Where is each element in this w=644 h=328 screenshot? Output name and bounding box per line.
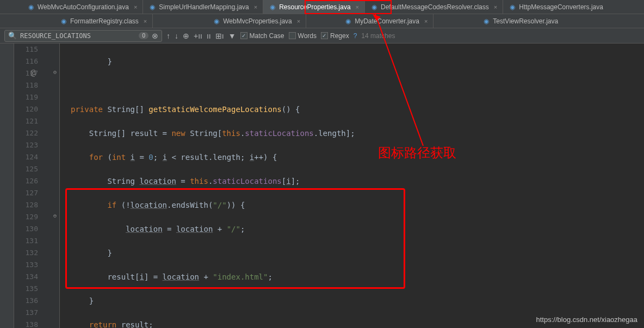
tab-resourceproperties[interactable]: ◉ResourceProperties.java× [263, 0, 365, 14]
t: getStaticWelcomePageLocations [148, 105, 281, 114]
line-number: 125 [14, 163, 38, 175]
t: String [71, 177, 139, 185]
t: if [107, 201, 116, 209]
t: ; [240, 225, 245, 233]
code-content[interactable]: } private String[] getStaticWelcomePageL… [60, 44, 644, 328]
tab-mydateconverter[interactable]: ◉MyDateConverter.java× [339, 14, 434, 28]
t: ; [153, 153, 163, 162]
java-icon: ◉ [148, 3, 156, 11]
t: "/" [227, 225, 240, 233]
line-number: 135 [14, 283, 38, 295]
t: i [139, 273, 144, 281]
prev-icon[interactable]: ↑ [166, 32, 170, 40]
close-icon[interactable]: × [494, 4, 497, 10]
tab-row-1: ◉WebMvcAutoConfiguration.java× ◉SimpleUr… [0, 0, 644, 14]
select-all-icon[interactable]: ⊕ [183, 32, 189, 40]
close-icon[interactable]: × [254, 4, 257, 10]
close-icon[interactable]: × [356, 4, 359, 10]
close-icon[interactable]: × [297, 18, 300, 24]
left-gutter-strip [0, 44, 14, 328]
t: ( [103, 153, 112, 162]
t: this [222, 129, 240, 138]
t: = [135, 153, 148, 162]
code-line: } [71, 57, 112, 66]
t: i [163, 153, 167, 162]
t: location [176, 225, 213, 233]
tab-webmvcautoconfig[interactable]: ◉WebMvcAutoConfiguration.java× [22, 0, 143, 14]
line-number: 115 [14, 44, 38, 55]
line-number: 123 [14, 139, 38, 151]
t: result; [116, 320, 153, 328]
line-number: 133 [14, 259, 38, 271]
t: int [112, 153, 126, 162]
line-number: 124 [14, 151, 38, 163]
line-number: 126 [14, 175, 38, 187]
java-icon: ◉ [509, 3, 516, 11]
line-number: 127 [14, 187, 38, 199]
t: ++) { [254, 153, 277, 162]
watermark: https://blog.csdn.net/xiaozhegaa [536, 315, 637, 324]
t: i [286, 177, 290, 185]
t: ; [268, 273, 272, 281]
select-all-occur-icon[interactable]: ⊞ı [215, 32, 224, 40]
close-icon[interactable]: × [144, 18, 147, 24]
close-icon[interactable]: × [424, 18, 428, 24]
t: .endsWith( [167, 201, 213, 209]
t: (! [116, 201, 130, 209]
t [71, 225, 126, 233]
add-selection-icon[interactable]: +ıı [194, 32, 202, 40]
t: new [171, 129, 185, 138]
at-symbol: @ [30, 67, 36, 78]
close-icon[interactable]: × [134, 4, 137, 10]
tab-defaultmessage[interactable]: ◉DefaultMessageCodesResolver.class× [365, 0, 503, 14]
class-icon: ◉ [60, 17, 67, 25]
java-icon: ◉ [269, 3, 276, 11]
words-checkbox[interactable]: Words [289, 32, 317, 40]
java-icon: ◉ [27, 3, 35, 11]
java-icon: ◉ [482, 17, 490, 25]
unselect-icon[interactable]: ıı [207, 32, 211, 40]
tab-label: MyDateConverter.java [355, 17, 419, 25]
t: i [250, 153, 254, 162]
checkbox-icon [240, 32, 247, 39]
tab-formatterregistry[interactable]: ◉FormatterRegistry.class× [54, 14, 153, 28]
next-icon[interactable]: ↓ [175, 32, 178, 40]
t: 0 [148, 153, 153, 162]
t: String[ [185, 129, 222, 138]
t: String[] [103, 105, 148, 114]
help-icon[interactable]: ? [354, 32, 357, 40]
tab-label: WebMvcAutoConfiguration.java [38, 3, 129, 11]
fold-icon[interactable]: ⊖ [53, 213, 57, 219]
code-editor[interactable]: 1151161171181191201211221231241251261271… [0, 44, 644, 328]
search-input[interactable] [20, 32, 135, 40]
t: private [71, 105, 103, 114]
fold-icon[interactable]: ⊖ [53, 69, 57, 75]
line-number: 118 [14, 79, 38, 91]
clear-icon[interactable]: ⊗ [152, 32, 158, 40]
tab-testviewresolver[interactable]: ◉TestViewResolver.java [477, 14, 564, 28]
t: location [131, 201, 167, 209]
checkbox-label: Match Case [250, 32, 284, 40]
tab-simpleurl[interactable]: ◉SimpleUrlHandlerMapping.java× [143, 0, 263, 14]
t: () { [282, 105, 300, 114]
t: } [71, 296, 94, 305]
search-input-wrap: 🔍 0 ⊗ [4, 30, 162, 42]
t: for [89, 153, 103, 162]
filter-icon[interactable]: ▼ [228, 32, 236, 40]
tab-httpmessage[interactable]: ◉HttpMessageConverters.java [503, 0, 609, 14]
line-number: 134 [14, 271, 38, 283]
line-number: 132 [14, 247, 38, 259]
t: = [163, 225, 176, 233]
line-number: 131 [14, 235, 38, 247]
match-case-checkbox[interactable]: Match Case [240, 32, 284, 40]
tab-label: TestViewResolver.java [493, 17, 558, 25]
annotation-label: 图标路径获取 [378, 144, 456, 162]
tab-row-2: ◉FormatterRegistry.class× ◉WebMvcPropert… [0, 14, 644, 28]
line-number: 138 [14, 319, 38, 328]
t: + [213, 225, 226, 233]
t: )) { [227, 201, 245, 209]
tab-webmvcproperties[interactable]: ◉WebMvcProperties.java× [207, 14, 306, 28]
t: [ [282, 177, 286, 185]
regex-checkbox[interactable]: Regex [321, 32, 349, 40]
t: ] = [144, 273, 163, 281]
